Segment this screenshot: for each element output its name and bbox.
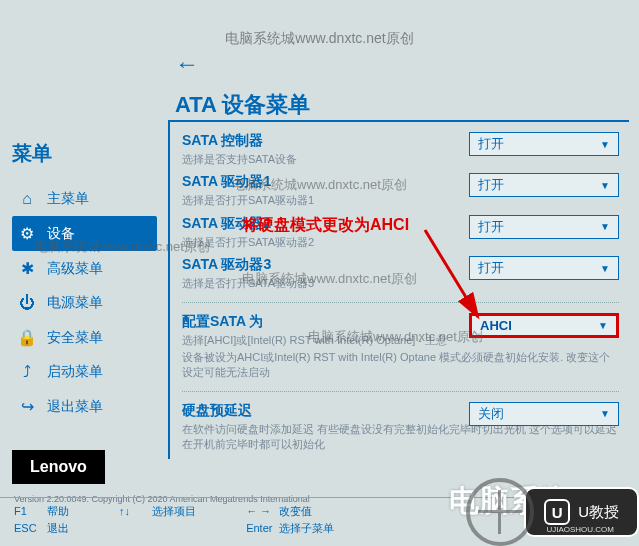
sidebar-item-label: 主菜单 xyxy=(47,190,89,208)
badge-icon: U xyxy=(544,499,570,525)
sidebar-item-boot[interactable]: ⤴ 启动菜单 xyxy=(12,355,157,389)
divider xyxy=(182,391,619,392)
select-value: 打开 xyxy=(478,176,504,194)
setting-desc: 在软件访问硬盘时添加延迟 有些硬盘设没有完整初始化完毕时切出光机 这个选项可以延… xyxy=(182,422,619,453)
lock-icon: 🔒 xyxy=(17,328,37,347)
select-value: 打开 xyxy=(478,218,504,236)
key-f1: F1 xyxy=(14,505,44,517)
key-lr: ← → xyxy=(246,505,276,517)
watermark-mid: 电脑系统城www.dnxtc.net原创 xyxy=(242,270,417,288)
setting-sata-controller: SATA 控制器 选择是否支持SATA设备 打开 ▼ xyxy=(182,132,619,167)
select-value: 关闭 xyxy=(478,405,504,423)
sidebar: 菜单 ⌂ 主菜单 ⚙ 设备 ✱ 高级菜单 ⏻ 电源菜单 🔒 安全菜单 ⤴ 启动菜… xyxy=(12,140,157,424)
sidebar-item-label: 退出菜单 xyxy=(47,398,103,416)
home-icon: ⌂ xyxy=(17,190,37,208)
select-config-sata[interactable]: AHCI ▼ xyxy=(469,313,619,338)
main-panel: SATA 控制器 选择是否支持SATA设备 打开 ▼ SATA 驱动器1 选择是… xyxy=(168,120,629,459)
select-sata-drive1[interactable]: 打开 ▼ xyxy=(469,173,619,197)
select-hdd-delay[interactable]: 关闭 ▼ xyxy=(469,402,619,426)
divider xyxy=(182,302,619,303)
star-icon: ✱ xyxy=(17,259,37,278)
chevron-down-icon: ▼ xyxy=(600,408,610,419)
gear-icon: ⚙ xyxy=(17,224,37,243)
annotation-text: 将硬盘模式更改为AHCI xyxy=(242,215,409,236)
select-sata-drive2[interactable]: 打开 ▼ xyxy=(469,215,619,239)
sidebar-item-label: 安全菜单 xyxy=(47,329,103,347)
setting-desc: 设备被设为AHCI或Intel(R) RST with Intel(R) Opt… xyxy=(182,350,619,381)
select-value: AHCI xyxy=(480,318,512,333)
chevron-down-icon: ▼ xyxy=(600,180,610,191)
key-arrows: ↑↓ xyxy=(119,505,149,517)
exit-icon: ↪ xyxy=(17,397,37,416)
key-label: 退出 xyxy=(47,522,69,534)
badge-text: U教授 xyxy=(578,503,619,522)
sidebar-item-main[interactable]: ⌂ 主菜单 xyxy=(12,182,157,216)
sidebar-title: 菜单 xyxy=(12,140,157,167)
watermark-side: 电脑系统城www.dnxtc.net原创 xyxy=(35,238,210,256)
watermark-domain: UJIAOSHOU.COM xyxy=(546,525,614,534)
power-icon: ⏻ xyxy=(17,294,37,312)
sidebar-item-exit[interactable]: ↪ 退出菜单 xyxy=(12,389,157,424)
sidebar-item-label: 高级菜单 xyxy=(47,260,103,278)
sidebar-item-security[interactable]: 🔒 安全菜单 xyxy=(12,320,157,355)
watermark-mid: 电脑系统城www.dnxtc.net原创 xyxy=(232,176,407,194)
chevron-down-icon: ▼ xyxy=(598,320,608,331)
key-label: 帮助 xyxy=(47,505,69,517)
chevron-down-icon: ▼ xyxy=(600,221,610,232)
chevron-down-icon: ▼ xyxy=(600,139,610,150)
select-sata-controller[interactable]: 打开 ▼ xyxy=(469,132,619,156)
sidebar-item-label: 电源菜单 xyxy=(47,294,103,312)
key-enter: Enter xyxy=(246,522,276,534)
key-label: 选择子菜单 xyxy=(279,522,334,534)
crosshair-icon xyxy=(466,478,534,546)
brand-logo: Lenovo xyxy=(12,450,105,484)
select-value: 打开 xyxy=(478,135,504,153)
key-label: 改变值 xyxy=(279,505,312,517)
sidebar-item-advanced[interactable]: ✱ 高级菜单 xyxy=(12,251,157,286)
setting-hdd-delay: 硬盘预延迟 在软件访问硬盘时添加延迟 有些硬盘设没有完整初始化完毕时切出光机 这… xyxy=(182,402,619,453)
boot-icon: ⤴ xyxy=(17,363,37,381)
watermark-top: 电脑系统城www.dnxtc.net原创 xyxy=(225,30,413,48)
sidebar-item-power[interactable]: ⏻ 电源菜单 xyxy=(12,286,157,320)
select-value: 打开 xyxy=(478,259,504,277)
setting-config-sata: 配置SATA 为 选择[AHCI]或[Intel(R) RST with Int… xyxy=(182,313,619,381)
back-button[interactable]: ← xyxy=(175,50,199,78)
select-sata-drive3[interactable]: 打开 ▼ xyxy=(469,256,619,280)
watermark-logo: U U教授 xyxy=(466,478,639,546)
sidebar-item-label: 启动菜单 xyxy=(47,363,103,381)
chevron-down-icon: ▼ xyxy=(600,263,610,274)
watermark-mid: 电脑系统城www.dnxtc.net原创 xyxy=(308,328,483,346)
key-esc: ESC xyxy=(14,522,44,534)
key-label: 选择项目 xyxy=(152,505,196,517)
page-title: ATA 设备菜单 xyxy=(175,90,310,120)
